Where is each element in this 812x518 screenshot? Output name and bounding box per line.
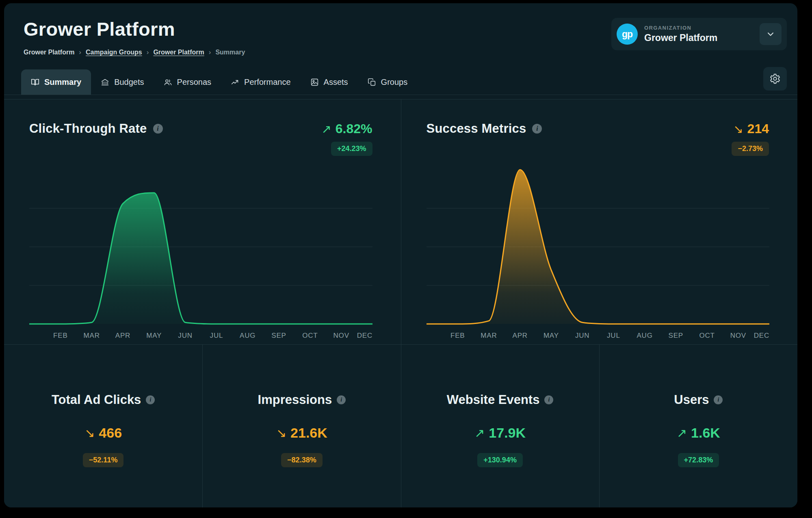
metric-number: 6.82% xyxy=(336,121,372,136)
svg-text:JUL: JUL xyxy=(607,332,620,339)
change-badge: −52.11% xyxy=(83,453,124,467)
metric-number: 214 xyxy=(747,121,769,136)
stat-number: 466 xyxy=(99,425,122,441)
main-content: Click-Through Rate i ↗ 6.82% +24.23% FEB… xyxy=(4,99,797,507)
trending-up-icon xyxy=(231,78,239,86)
breadcrumb-item-grower-platform[interactable]: Grower Platform xyxy=(153,49,204,56)
photo-icon xyxy=(310,78,319,86)
svg-text:NOV: NOV xyxy=(730,332,746,339)
book-icon xyxy=(31,78,39,86)
tab-label: Assets xyxy=(324,78,348,87)
arrow-down-right-icon: ↘ xyxy=(84,426,95,440)
svg-text:AUG: AUG xyxy=(240,332,256,339)
stat-card-impressions: Impressions i ↘ 21.6K −82.38% xyxy=(202,345,401,507)
click-through-rate-card: Click-Through Rate i ↗ 6.82% +24.23% FEB… xyxy=(4,99,401,344)
card-title: Success Metrics xyxy=(427,121,526,136)
stat-value: ↘ 21.6K xyxy=(276,425,327,441)
layers-icon xyxy=(368,78,376,86)
svg-text:APR: APR xyxy=(512,332,527,339)
stat-value: ↗ 1.6K xyxy=(677,425,720,441)
arrow-down-right-icon: ↘ xyxy=(276,426,286,440)
info-icon[interactable]: i xyxy=(337,395,346,404)
arrow-up-right-icon: ↗ xyxy=(321,122,331,136)
svg-text:NOV: NOV xyxy=(333,332,349,339)
svg-text:DEC: DEC xyxy=(357,332,372,339)
breadcrumb-separator: › xyxy=(79,48,81,56)
chevron-down-icon xyxy=(766,30,775,39)
ctr-area-chart: FEBMARAPRMAYJUNJULAUGSEPOCTNOVDEC xyxy=(29,165,372,343)
tab-budgets[interactable]: Budgets xyxy=(91,69,154,95)
stat-card-website-events: Website Events i ↗ 17.9K +130.94% xyxy=(401,345,599,507)
card-header: Success Metrics i ↘ 214 −2.73% xyxy=(427,121,769,156)
bank-icon xyxy=(101,78,109,86)
org-text: ORGANIZATION Grower Platform xyxy=(644,25,717,43)
tab-bar: Summary Budgets Personas Performance Ass… xyxy=(4,67,797,95)
metric-value: ↗ 6.82% xyxy=(321,121,372,136)
svg-text:AUG: AUG xyxy=(637,332,652,339)
stat-value: ↘ 466 xyxy=(84,425,122,441)
stat-card-users: Users i ↗ 1.6K +72.83% xyxy=(599,345,797,507)
info-icon[interactable]: i xyxy=(153,124,163,134)
stat-title: Impressions xyxy=(258,393,332,407)
stat-number: 17.9K xyxy=(489,425,526,441)
svg-text:JUN: JUN xyxy=(575,332,589,339)
org-dropdown-button[interactable] xyxy=(760,23,782,45)
info-icon[interactable]: i xyxy=(146,395,155,404)
stat-number: 21.6K xyxy=(290,425,327,441)
tab-personas[interactable]: Personas xyxy=(154,69,221,95)
svg-text:FEB: FEB xyxy=(450,332,464,339)
arrow-up-right-icon: ↗ xyxy=(474,426,485,440)
app-window: Grower Platform Grower Platform › Campai… xyxy=(4,3,797,507)
svg-text:MAY: MAY xyxy=(543,332,559,339)
arrow-down-right-icon: ↘ xyxy=(733,122,743,136)
metric-block: ↗ 6.82% +24.23% xyxy=(321,121,372,156)
arrow-up-right-icon: ↗ xyxy=(677,426,687,440)
success-metrics-card: Success Metrics i ↘ 214 −2.73% FEBMARAPR… xyxy=(401,99,798,344)
tab-label: Groups xyxy=(381,78,408,87)
tab-label: Performance xyxy=(244,78,291,87)
stat-title: Website Events xyxy=(447,393,540,407)
tab-groups[interactable]: Groups xyxy=(358,69,418,95)
stats-row: Total Ad Clicks i ↘ 466 −52.11% Impressi… xyxy=(4,345,797,507)
tab-summary[interactable]: Summary xyxy=(21,69,91,95)
svg-text:DEC: DEC xyxy=(754,332,769,339)
change-badge: +130.94% xyxy=(477,453,523,467)
breadcrumb-item-summary: Summary xyxy=(215,49,245,56)
breadcrumb-separator: › xyxy=(209,48,211,56)
svg-text:MAY: MAY xyxy=(146,332,162,339)
org-name: Grower Platform xyxy=(644,32,717,43)
settings-button[interactable] xyxy=(763,67,787,91)
svg-text:APR: APR xyxy=(115,332,130,339)
org-logo: gp xyxy=(617,24,638,45)
stat-number: 1.6K xyxy=(691,425,720,441)
tab-label: Budgets xyxy=(114,78,144,87)
svg-text:SEP: SEP xyxy=(271,332,286,339)
svg-text:SEP: SEP xyxy=(668,332,683,339)
tab-label: Personas xyxy=(177,78,212,87)
metric-block: ↘ 214 −2.73% xyxy=(732,121,769,156)
change-badge: −82.38% xyxy=(281,453,323,467)
change-badge: +72.83% xyxy=(678,453,719,467)
header: Grower Platform Grower Platform › Campai… xyxy=(4,3,797,56)
svg-text:MAR: MAR xyxy=(84,332,100,339)
card-header: Click-Through Rate i ↗ 6.82% +24.23% xyxy=(29,121,372,156)
gear-icon xyxy=(769,73,781,84)
stat-value: ↗ 17.9K xyxy=(474,425,526,441)
stat-card-total-ad-clicks: Total Ad Clicks i ↘ 466 −52.11% xyxy=(4,345,202,507)
info-icon[interactable]: i xyxy=(544,395,553,404)
org-eyebrow-label: ORGANIZATION xyxy=(644,25,717,31)
stat-title: Users xyxy=(674,393,709,407)
tab-performance[interactable]: Performance xyxy=(221,69,301,95)
breadcrumb-item-campaign-groups[interactable]: Campaign Groups xyxy=(86,49,142,56)
change-badge: −2.73% xyxy=(732,142,769,156)
tab-label: Summary xyxy=(44,78,81,87)
info-icon[interactable]: i xyxy=(532,124,542,134)
success-metrics-area-chart: FEBMARAPRMAYJUNJULAUGSEPOCTNOVDEC xyxy=(427,165,769,343)
organization-selector[interactable]: gp ORGANIZATION Grower Platform xyxy=(611,18,787,50)
tab-assets[interactable]: Assets xyxy=(301,69,358,95)
org-logo-text: gp xyxy=(622,29,632,40)
svg-text:OCT: OCT xyxy=(699,332,715,339)
info-icon[interactable]: i xyxy=(714,395,723,404)
users-icon xyxy=(164,78,172,86)
svg-text:OCT: OCT xyxy=(302,332,318,339)
